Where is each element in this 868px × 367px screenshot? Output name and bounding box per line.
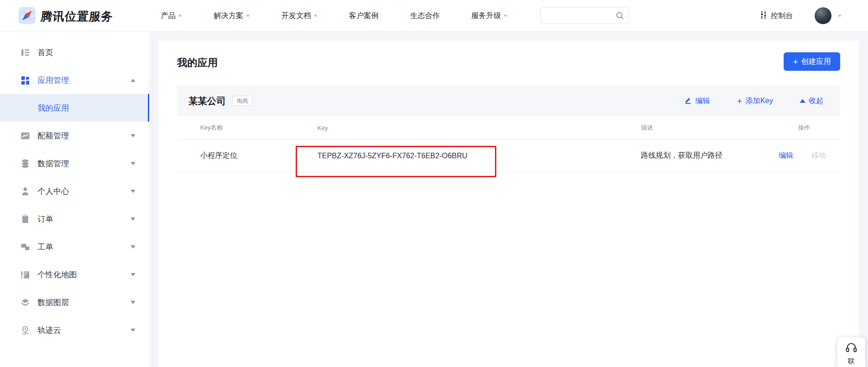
plus-icon: +	[793, 57, 798, 66]
sidebar-item-track-cloud[interactable]: 轨迹云	[0, 316, 149, 344]
chevron-down-icon[interactable]	[131, 245, 135, 249]
sidebar-item-quota[interactable]: 配额管理	[0, 122, 149, 149]
chevron-down-icon[interactable]	[131, 329, 135, 332]
database-icon	[20, 159, 30, 168]
edit-app-button[interactable]: 编辑	[684, 96, 710, 106]
search-box	[540, 7, 629, 24]
sidebar: 首页 应用管理 我的应用 配额管理	[0, 31, 149, 367]
app-card: 某某公司 电商 编辑 + 添加Key	[177, 86, 840, 172]
sidebar-item-data-management[interactable]: 数据管理	[0, 149, 149, 177]
sidebar-item-custom-map[interactable]: 个性化地图	[0, 261, 149, 288]
nav-menu: 产品 解决方案 开发文档 客户案例 生态合作 服务升级	[161, 0, 507, 31]
nav-item-products[interactable]: 产品	[161, 11, 182, 21]
chevron-down-icon	[314, 15, 317, 17]
logo[interactable]: 腾讯位置服务	[19, 7, 113, 26]
sidebar-item-data-layers[interactable]: 数据图层	[0, 288, 149, 316]
category-tag: 电商	[232, 96, 253, 106]
chevron-down-icon	[246, 15, 250, 17]
quota-chart-icon	[20, 131, 30, 141]
chevron-down-icon	[504, 15, 507, 17]
chevron-down-icon[interactable]	[131, 190, 135, 193]
compass-logo-icon	[19, 7, 36, 26]
column-header-key: Key	[317, 124, 641, 131]
sidebar-item-home[interactable]: 首页	[0, 38, 149, 66]
key-name-cell: 小程序定位	[200, 151, 317, 161]
sidebar-item-personal-center[interactable]: 个人中心	[0, 177, 149, 205]
app-card-header: 某某公司 电商 编辑 + 添加Key	[177, 86, 840, 116]
contact-support-widget[interactable]: 联	[837, 337, 865, 367]
sidebar-item-app-management[interactable]: 应用管理	[0, 66, 149, 94]
headset-icon	[845, 341, 858, 356]
chevron-down-icon[interactable]	[131, 273, 135, 276]
content-panel: 我的应用 + 创建应用 某某公司 电商 编辑 +	[158, 41, 859, 367]
key-value-cell: TEPBZ-XZ76J-5ZYF6-FX762-T6EB2-O6BRU	[317, 152, 641, 160]
sliders-icon	[760, 11, 767, 21]
column-header-actions: 操作	[779, 124, 840, 132]
top-navbar: 腾讯位置服务 产品 解决方案 开发文档 客户案例 生态合作 服务升级	[0, 0, 868, 31]
logo-text: 腾讯位置服务	[40, 9, 114, 24]
nav-item-upgrade[interactable]: 服务升级	[471, 11, 507, 21]
pencil-icon	[684, 96, 692, 106]
row-actions: 编辑 移动	[779, 151, 826, 161]
avatar-chevron-down-icon[interactable]	[838, 15, 842, 17]
key-table-row: 小程序定位 TEPBZ-XZ76J-5ZYF6-FX762-T6EB2-O6BR…	[177, 140, 840, 172]
key-desc-cell: 路线规划，获取用户路径	[641, 151, 779, 161]
track-pin-icon	[20, 325, 30, 335]
nav-item-docs[interactable]: 开发文档	[281, 11, 317, 21]
chevron-down-icon[interactable]	[131, 218, 135, 221]
move-key-link[interactable]: 移动	[811, 151, 826, 161]
plus-icon: +	[737, 97, 742, 106]
avatar[interactable]	[814, 7, 832, 25]
add-key-button[interactable]: + 添加Key	[737, 96, 773, 106]
ticket-chat-icon	[20, 242, 30, 252]
nav-item-cases[interactable]: 客户案例	[349, 11, 379, 21]
nav-item-ecosystem[interactable]: 生态合作	[410, 11, 440, 21]
chevron-down-icon	[178, 15, 182, 17]
column-header-desc: 描述	[641, 124, 779, 132]
sidebar-item-orders[interactable]: 订单	[0, 205, 149, 233]
custom-map-icon	[20, 270, 30, 280]
column-header-key-name: Key名称	[200, 124, 317, 132]
user-icon	[20, 187, 30, 196]
page-title: 我的应用	[177, 56, 218, 70]
card-actions: 编辑 + 添加Key 收起	[684, 96, 824, 106]
create-app-button[interactable]: + 创建应用	[784, 52, 840, 71]
company-name: 某某公司	[189, 95, 226, 107]
layers-icon	[20, 298, 30, 307]
chevron-down-icon[interactable]	[131, 301, 135, 304]
chevron-down-icon[interactable]	[131, 134, 135, 137]
contact-label: 联	[848, 357, 855, 366]
chevron-up-icon	[800, 99, 805, 103]
sidebar-subitem-my-apps[interactable]: 我的应用	[0, 94, 149, 122]
sidebar-item-tickets[interactable]: 工单	[0, 233, 149, 261]
home-list-icon	[20, 48, 30, 57]
order-clipboard-icon	[20, 214, 30, 224]
chevron-down-icon[interactable]	[131, 162, 135, 165]
key-table-header: Key名称 Key 描述 操作	[177, 116, 840, 140]
nav-item-solutions[interactable]: 解决方案	[214, 11, 250, 21]
search-icon[interactable]	[615, 11, 625, 22]
app-grid-icon	[20, 75, 30, 85]
console-link[interactable]: 控制台	[760, 0, 793, 31]
chevron-up-icon[interactable]	[131, 79, 135, 82]
edit-key-link[interactable]: 编辑	[779, 151, 793, 161]
collapse-button[interactable]: 收起	[800, 96, 824, 106]
